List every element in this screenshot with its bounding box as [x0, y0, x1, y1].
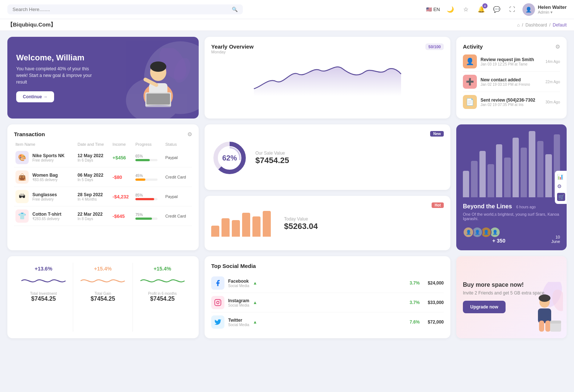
breadcrumb-current: Default	[553, 22, 567, 28]
item-icon: 👜	[15, 170, 29, 184]
svg-rect-25	[545, 321, 550, 332]
beyond-count: + 350	[492, 238, 505, 244]
progress-cell: 85%	[134, 187, 164, 206]
progress-bar	[135, 218, 152, 220]
progress-bar-wrap	[135, 179, 157, 181]
social-info: Instagram Social Media	[228, 298, 249, 307]
activity-item-title: Sent review (504)236-7302	[481, 98, 542, 103]
transaction-title: Transaction	[14, 131, 45, 137]
stat-value: $7454.25	[31, 296, 56, 302]
notifications-icon[interactable]: 🔔 4	[476, 4, 486, 15]
stat-wave-chart	[133, 272, 192, 290]
progress-bar	[135, 198, 154, 200]
item-icon: 🕶	[15, 190, 29, 203]
upgrade-button[interactable]: Upgrade now	[463, 301, 506, 313]
language-selector[interactable]: 🇺🇸 EN	[426, 7, 440, 12]
progress-bar-wrap	[135, 198, 157, 200]
date-value: 28 Sep 2022	[78, 192, 110, 197]
today-bar-item	[252, 216, 261, 237]
social-item: Facebook Social Media ▲ 3.7% $24,000	[211, 273, 444, 293]
progress-cell: 45%	[134, 167, 164, 187]
beyond-avatar: 👤	[463, 227, 474, 238]
item-cell: 🕶 Sunglasses Free delivery	[14, 187, 76, 206]
fullscreen-icon[interactable]: ⛶	[507, 4, 517, 15]
theme-toggle[interactable]: 🌙	[445, 4, 456, 15]
social-item: Twitter Social Media ▲ 7.6% $72,000	[211, 312, 444, 332]
social-icon	[211, 296, 224, 309]
activity-item-time: 22m Ago	[546, 80, 560, 84]
activity-list: 👤 Review request jim Smith Jan 03 19 12:…	[463, 52, 560, 112]
social-arrow: ▲	[253, 280, 257, 286]
beyond-bar-item	[504, 158, 510, 197]
date-value: 22 Mar 2022	[78, 212, 110, 217]
svg-point-6	[150, 61, 166, 72]
status-cell: Paypal	[164, 148, 192, 167]
today-badge: Hot	[432, 202, 444, 208]
today-bar-item	[263, 211, 271, 237]
item-name: Women Bag	[32, 173, 58, 178]
yearly-subtitle: Monday	[211, 50, 254, 54]
days-value: In 6 Days	[78, 158, 110, 162]
date-cell: 28 Sep 2022 In 4 Months	[76, 187, 111, 206]
sale-label: Our Sale Value	[255, 151, 289, 156]
progress-bar	[135, 179, 145, 181]
user-details: Helen Walter Admin ▾	[538, 4, 567, 15]
yearly-badge: 50/100	[425, 43, 444, 50]
stat-item: +13.6% Total Investment $7454.25	[14, 263, 73, 332]
separator2: /	[549, 22, 550, 28]
table-header: Item Name	[14, 139, 76, 148]
sale-info: Our Sale Value $7454.25	[255, 151, 289, 165]
stat-percent: +13.6%	[35, 266, 52, 272]
search-bar[interactable]: 🔍	[7, 4, 243, 14]
beyond-bottom: 👤👤👤👤 + 350 10 June	[463, 224, 560, 244]
avatar: 👤	[522, 3, 535, 16]
svg-rect-27	[550, 321, 561, 324]
home-icon[interactable]: ⌂	[517, 22, 520, 28]
today-value-card: Hot Today Value $5263.04	[205, 196, 450, 250]
beyond-bar-item	[521, 148, 527, 197]
beyond-avatars: 👤👤👤👤	[463, 227, 505, 238]
buyspace-desc: Invite 2 Friends and get 5 GB extra spac…	[463, 290, 560, 296]
yearly-overview-card: Yearly Overview Monday 50/100	[205, 37, 450, 119]
chart-icon[interactable]: 📊	[557, 174, 565, 180]
item-name: Sunglasses	[32, 192, 57, 197]
income-cell: -$4,232	[111, 187, 134, 206]
continue-button[interactable]: Continue →	[16, 91, 54, 102]
svg-rect-26	[550, 322, 561, 332]
user-profile[interactable]: 👤 Helen Walter Admin ▾	[522, 3, 567, 16]
beyond-settings-icon[interactable]: ⚙	[557, 183, 565, 189]
beyond-title: Beyond the Lines	[463, 203, 512, 209]
cart-icon[interactable]: 🛒	[557, 193, 565, 201]
stat-wave-chart	[73, 272, 132, 290]
yearly-header: Yearly Overview Monday 50/100	[211, 43, 444, 54]
transaction-table: Item NameDate and TimeIncomeProgressStat…	[14, 139, 192, 226]
user-role: Admin ▾	[538, 10, 567, 15]
stat-percent: +15.4%	[153, 266, 171, 272]
progress-cell: 65%	[134, 148, 164, 167]
favorites-icon[interactable]: ☆	[461, 4, 471, 15]
messages-icon[interactable]: 💬	[492, 4, 502, 15]
svg-rect-24	[539, 321, 544, 332]
social-info: Twitter Social Media	[228, 318, 249, 327]
brand-logo: 【Biqubiqu.Com】	[7, 21, 56, 28]
item-icon: 🎨	[15, 151, 29, 164]
search-input[interactable]	[13, 7, 229, 12]
activity-settings-icon[interactable]: ⚙	[555, 43, 560, 50]
days-value: In 8 Days	[78, 217, 110, 221]
activity-item-time: 30m Ago	[546, 100, 560, 104]
beyond-side-actions: 📊 ⚙ 🛒	[555, 171, 567, 204]
date-value: 06 May 2022	[78, 173, 110, 178]
activity-text: Review request jim Smith Jan 03 19 12:25…	[481, 57, 542, 66]
welcome-subtitle: You have completed 40% of your this week…	[16, 66, 97, 85]
notification-badge: 4	[482, 3, 488, 8]
breadcrumb-dashboard[interactable]: Dashboard	[525, 22, 547, 28]
breadcrumb-bar: 【Biqubiqu.Com】 ⌂ / Dashboard / Default	[0, 19, 574, 31]
flag-icon: 🇺🇸	[426, 7, 432, 12]
beyond-bar-chart	[463, 131, 560, 197]
activity-item-title: Review request jim Smith	[481, 57, 542, 62]
today-bar-item	[242, 213, 250, 237]
item-sub: ₹83.65 delivery	[32, 178, 58, 182]
transaction-settings-icon[interactable]: ⚙	[187, 131, 192, 138]
svg-rect-15	[215, 300, 221, 306]
date-cell: 06 May 2022 In 5 Days	[76, 167, 111, 187]
